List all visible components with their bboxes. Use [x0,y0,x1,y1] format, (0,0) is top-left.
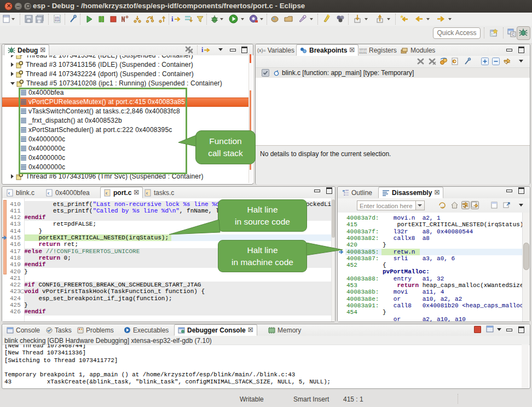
svg-text:010: 010 [55,19,60,22]
svg-text:c: c [8,191,10,196]
svg-text:0101: 0101 [359,50,367,54]
svg-text:c: c [146,191,148,196]
svg-text:c: c [48,191,50,196]
svg-text:c: c [106,191,108,196]
svg-text:C: C [512,32,514,36]
